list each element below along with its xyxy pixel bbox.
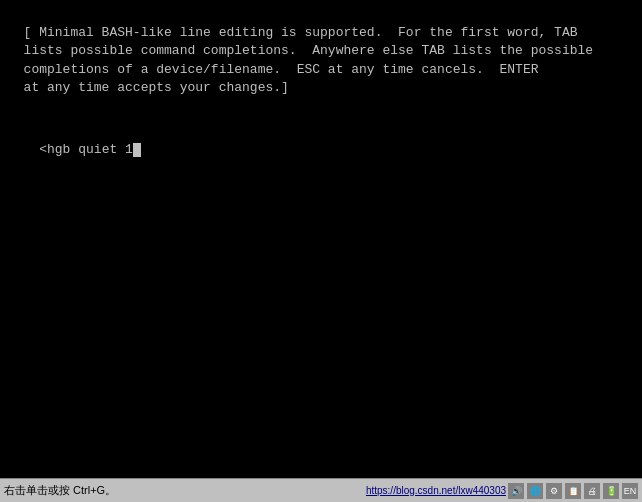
- tray-icons: 🔊 🌐 ⚙ 📋 🖨 🔋 EN: [508, 483, 638, 499]
- tray-icon-3: ⚙: [546, 483, 562, 499]
- command-line: <hgb quiet 1: [8, 123, 634, 178]
- taskbar-url[interactable]: https://blog.csdn.net/lxw440303: [366, 485, 506, 496]
- tray-icon-4: 📋: [565, 483, 581, 499]
- tray-icon-5: 🖨: [584, 483, 600, 499]
- command-prompt: <hgb quiet 1: [39, 142, 133, 157]
- tray-icon-6: 🔋: [603, 483, 619, 499]
- info-text: [ Minimal BASH-like line editing is supp…: [8, 25, 593, 95]
- cursor: [133, 143, 141, 157]
- tray-icon-7: EN: [622, 483, 638, 499]
- taskbar-left: 右击单击或按 Ctrl+G。: [0, 483, 116, 498]
- taskbar: 右击单击或按 Ctrl+G。 https://blog.csdn.net/lxw…: [0, 478, 642, 502]
- taskbar-left-text: 右击单击或按 Ctrl+G。: [4, 483, 116, 498]
- tray-icon-2: 🌐: [527, 483, 543, 499]
- terminal-screen: [ Minimal BASH-like line editing is supp…: [0, 0, 642, 478]
- tray-icon-1: 🔊: [508, 483, 524, 499]
- taskbar-right: https://blog.csdn.net/lxw440303 🔊 🌐 ⚙ 📋 …: [366, 483, 642, 499]
